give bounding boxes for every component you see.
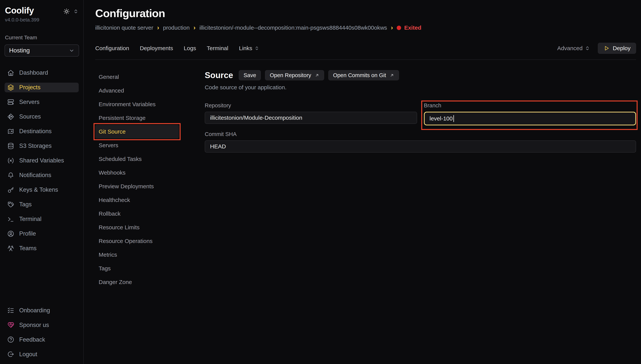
source-title: Source (205, 70, 233, 80)
tab-links-label: Links (239, 45, 252, 52)
sidebar-item-label: Profile (19, 230, 36, 237)
variables-icon (7, 157, 14, 164)
deploy-button[interactable]: Deploy (598, 43, 636, 54)
sun-icon[interactable] (63, 8, 70, 15)
user-circle-icon (7, 230, 14, 237)
sidebar-item-keys-tokens[interactable]: Keys & Tokens (5, 185, 79, 195)
sidebar-item-label: Projects (19, 84, 41, 91)
sidebar-item-shared-variables[interactable]: Shared Variables (5, 156, 79, 166)
sidebar-item-label: Destinations (19, 128, 52, 135)
heart-hands-icon (7, 322, 14, 328)
configuration-submenu: General Advanced Environment Variables P… (95, 70, 179, 289)
sidebar-item-label: Terminal (19, 216, 42, 222)
page-header: Configuration illicitonion quote server … (84, 0, 641, 31)
sidebar-item-label: Notifications (19, 172, 51, 178)
submenu-item-scheduled-tasks[interactable]: Scheduled Tasks (95, 152, 179, 166)
sidebar-item-servers[interactable]: Servers (5, 97, 79, 107)
terminal-icon (7, 216, 14, 223)
submenu-item-rollback[interactable]: Rollback (95, 207, 179, 220)
sidebar-item-destinations[interactable]: Destinations (5, 126, 79, 136)
sidebar-item-label: Feedback (19, 336, 45, 343)
users-icon (7, 245, 14, 252)
repository-input[interactable]: illicitestonion/Module-Decomposition (205, 112, 417, 124)
tab-links[interactable]: Links (239, 45, 260, 52)
breadcrumb-project[interactable]: illicitonion quote server (95, 24, 153, 31)
sidebar: Coolify v4.0.0-beta.399 Current Team Hos… (0, 0, 84, 364)
branch-input[interactable]: level-100 (424, 112, 636, 126)
map-icon (7, 128, 14, 135)
chevrons-up-down-icon[interactable] (73, 8, 79, 14)
status-dot-icon (397, 26, 401, 30)
source-description: Code source of your application. (205, 84, 636, 90)
open-commits-button[interactable]: Open Commits on Git (328, 70, 399, 80)
database-icon (7, 142, 14, 150)
sidebar-item-tags[interactable]: Tags (5, 200, 79, 209)
submenu-item-environment-variables[interactable]: Environment Variables (95, 98, 179, 111)
commit-sha-value: HEAD (210, 143, 226, 150)
advanced-dropdown[interactable]: Advanced (557, 45, 590, 52)
source-header: Source Save Open Repository Open Commits… (205, 70, 636, 80)
bell-icon (7, 172, 14, 179)
submenu-item-persistent-storage[interactable]: Persistent Storage (95, 111, 179, 125)
sidebar-item-notifications[interactable]: Notifications (5, 170, 79, 180)
submenu-item-general[interactable]: General (95, 70, 179, 84)
branch-field: Branch level-100 (424, 102, 636, 126)
sidebar-item-teams[interactable]: Teams (5, 244, 79, 253)
open-repository-button[interactable]: Open Repository (265, 70, 324, 80)
breadcrumb: illicitonion quote server › production ›… (95, 24, 636, 31)
tab-terminal[interactable]: Terminal (207, 45, 228, 52)
git-source-icon (7, 113, 14, 120)
submenu-item-danger-zone[interactable]: Danger Zone (95, 275, 179, 289)
commit-sha-input[interactable]: HEAD (205, 140, 636, 152)
sidebar-item-label: Tags (19, 201, 32, 208)
branch-value: level-100 (430, 115, 453, 122)
sidebar-item-profile[interactable]: Profile (5, 229, 79, 238)
current-team-label: Current Team (5, 34, 79, 41)
source-section: Source Save Open Repository Open Commits… (205, 70, 636, 152)
repository-field: Repository illicitestonion/Module-Decomp… (205, 102, 417, 126)
branch-label: Branch (424, 102, 636, 109)
submenu-item-tags[interactable]: Tags (95, 262, 179, 275)
submenu-item-servers[interactable]: Servers (95, 138, 179, 152)
sidebar-item-terminal[interactable]: Terminal (5, 214, 79, 224)
play-icon (603, 45, 609, 51)
arrow-up-right-icon (315, 73, 319, 78)
sidebar-item-sponsor-us[interactable]: Sponsor us (5, 320, 79, 330)
submenu-item-healthcheck[interactable]: Healthcheck (95, 193, 179, 207)
sidebar-item-onboarding[interactable]: Onboarding (5, 306, 79, 315)
tab-configuration[interactable]: Configuration (95, 45, 129, 52)
breadcrumb-environment[interactable]: production (163, 24, 190, 31)
team-select[interactable]: Hosting (5, 44, 79, 56)
server-icon (7, 98, 14, 106)
sidebar-item-dashboard[interactable]: Dashboard (5, 68, 79, 78)
submenu-item-resource-limits[interactable]: Resource Limits (95, 220, 179, 234)
sidebar-item-feedback[interactable]: Feedback (5, 335, 79, 344)
tab-logs[interactable]: Logs (184, 45, 196, 52)
sidebar-item-label: Onboarding (19, 307, 50, 314)
save-button[interactable]: Save (239, 70, 261, 80)
app-logo[interactable]: Coolify (5, 6, 34, 16)
sidebar-nav: Dashboard Projects Servers Sources Desti… (5, 68, 79, 253)
sidebar-item-sources[interactable]: Sources (5, 112, 79, 122)
sidebar-item-label: Teams (19, 245, 37, 252)
sidebar-item-label: Dashboard (19, 69, 48, 76)
submenu-item-webhooks[interactable]: Webhooks (95, 166, 179, 180)
sidebar-item-s3-storages[interactable]: S3 Storages (5, 141, 79, 151)
home-icon (7, 69, 14, 76)
submenu-item-preview-deployments[interactable]: Preview Deployments (95, 180, 179, 193)
help-circle-icon (7, 336, 14, 343)
chevron-down-icon (69, 48, 75, 54)
tab-deployments[interactable]: Deployments (140, 45, 173, 52)
submenu-item-git-source[interactable]: Git Source (95, 125, 179, 138)
submenu-item-metrics[interactable]: Metrics (95, 248, 179, 262)
sidebar-item-projects[interactable]: Projects (5, 83, 79, 92)
layers-icon (7, 84, 14, 91)
logout-icon (7, 351, 14, 358)
submenu-item-advanced[interactable]: Advanced (95, 84, 179, 98)
breadcrumb-application[interactable]: illicitestonion/-module--decomposition:m… (199, 24, 387, 31)
sidebar-item-logout[interactable]: Logout (5, 349, 79, 359)
deploy-label: Deploy (613, 45, 630, 52)
submenu-item-resource-operations[interactable]: Resource Operations (95, 234, 179, 248)
chevron-right-icon: › (391, 24, 393, 30)
tab-bar-right: Advanced Deploy (557, 43, 636, 54)
